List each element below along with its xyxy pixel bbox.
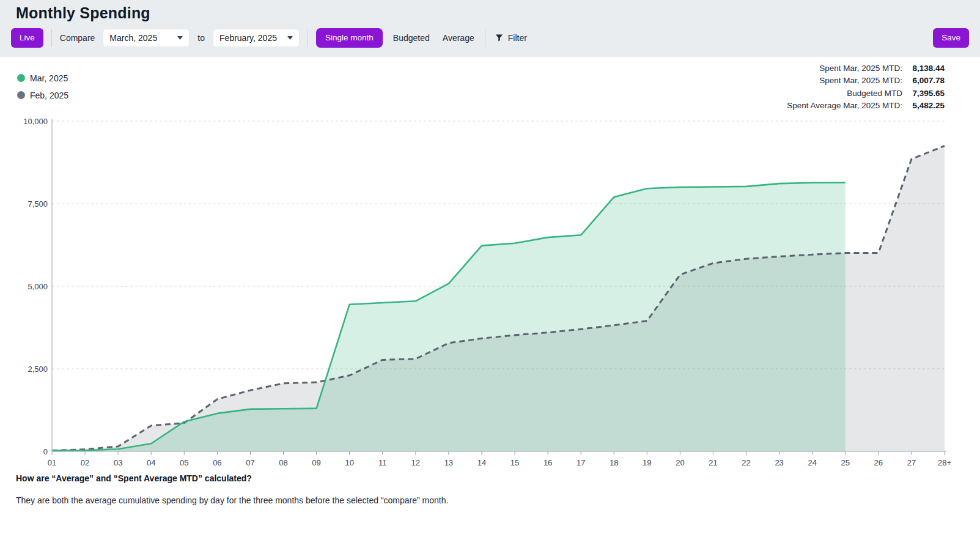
- stat-label: Spent Average Mar, 2025 MTD:: [787, 100, 902, 113]
- toolbar-divider: [308, 29, 308, 47]
- stat-value: 8,138.44: [909, 62, 945, 75]
- stat-label: Spent Mar, 2025 MTD:: [819, 62, 902, 75]
- compare-to-select[interactable]: February, 2025: [213, 29, 300, 47]
- stat-label: Budgeted MTD: [847, 87, 902, 100]
- x-axis-tick-label: 11: [378, 458, 387, 467]
- x-axis-tick-label: 17: [577, 458, 585, 467]
- x-axis-tick-label: 26: [874, 458, 883, 467]
- x-axis-tick-label: 12: [411, 458, 420, 467]
- y-axis-tick-label: 2,500: [28, 364, 48, 373]
- stat-row-budgeted-mtd: Budgeted MTD 7,395.65: [787, 87, 945, 100]
- average-toggle[interactable]: Average: [440, 29, 477, 47]
- toolbar-divider: [485, 29, 485, 47]
- x-axis-tick-label: 10: [345, 458, 353, 467]
- filter-funnel-icon: [495, 33, 504, 42]
- footer-note: How are “Average” and “Spent Average MTD…: [0, 467, 980, 505]
- stat-row-average-mtd: Spent Average Mar, 2025 MTD: 5,482.25: [787, 100, 945, 113]
- x-axis-tick-label: 18: [610, 458, 618, 467]
- toolbar-divider: [51, 29, 52, 47]
- stat-value: 5,482.25: [909, 100, 945, 113]
- stat-row-spent-mtd: Spent Mar, 2025 MTD: 8,138.44: [787, 62, 945, 75]
- legend-label: Mar, 2025: [30, 73, 68, 83]
- x-axis-tick-label: 04: [147, 458, 155, 467]
- x-axis-tick-label: 01: [48, 458, 56, 467]
- x-axis-tick-label: 20: [676, 458, 684, 467]
- compare-label: Compare: [60, 33, 95, 43]
- x-axis-tick-label: 23: [775, 458, 783, 467]
- stat-value: 7,395.65: [909, 87, 945, 100]
- chart-area: 02,5005,0007,50010,000010203040506070809…: [0, 57, 980, 467]
- x-axis-tick-label: 22: [742, 458, 750, 467]
- stats-panel: Spent Mar, 2025 MTD: 8,138.44 Spent Mar,…: [787, 62, 945, 113]
- x-axis-tick-label: 03: [114, 458, 122, 467]
- x-axis-tick-label: 25: [841, 458, 850, 467]
- legend-dot-icon: [17, 74, 25, 82]
- live-button[interactable]: Live: [11, 28, 43, 48]
- y-axis-tick-label: 10,000: [23, 116, 48, 125]
- legend-dot-icon: [17, 91, 25, 99]
- compare-to-value: February, 2025: [219, 33, 277, 43]
- compare-from-value: March, 2025: [109, 33, 157, 43]
- footer-question: How are “Average” and “Spent Average MTD…: [16, 473, 964, 483]
- x-axis-tick-label: 27: [907, 458, 916, 467]
- toolbar: Live Compare March, 2025 to February, 20…: [0, 28, 980, 48]
- compare-from-select[interactable]: March, 2025: [103, 29, 190, 47]
- single-month-toggle[interactable]: Single month: [316, 28, 383, 48]
- chart-legend: Mar, 2025 Feb, 2025: [17, 73, 68, 100]
- chevron-down-icon: [287, 36, 293, 40]
- chevron-down-icon: [177, 36, 183, 40]
- save-button[interactable]: Save: [933, 28, 969, 48]
- chart-card: Mar, 2025 Feb, 2025 Spent Mar, 2025 MTD:…: [0, 57, 980, 537]
- y-axis-tick-label: 7,500: [28, 199, 48, 208]
- y-axis-tick-label: 0: [43, 446, 48, 456]
- budgeted-toggle[interactable]: Budgeted: [391, 29, 432, 47]
- page-header: Monthly Spending Live Compare March, 202…: [0, 0, 980, 57]
- Mar, 2025-area: [52, 182, 846, 451]
- x-axis-tick-label: 28+: [938, 458, 951, 467]
- stat-label: Spent Mar, 2025 MTD:: [819, 75, 902, 87]
- x-axis-tick-label: 07: [246, 458, 254, 467]
- x-axis-tick-label: 05: [180, 458, 188, 467]
- x-axis-tick-label: 19: [643, 458, 651, 467]
- legend-item-feb[interactable]: Feb, 2025: [17, 91, 68, 100]
- x-axis-tick-label: 14: [477, 458, 486, 467]
- x-axis-tick-label: 02: [81, 458, 89, 467]
- stat-row-spent-compare-mtd: Spent Mar, 2025 MTD: 6,007.78: [787, 75, 945, 87]
- x-axis-tick-label: 13: [444, 458, 453, 467]
- x-axis-tick-label: 16: [543, 458, 552, 467]
- legend-label: Feb, 2025: [30, 91, 68, 100]
- x-axis-tick-label: 08: [279, 458, 287, 467]
- page-title: Monthly Spending: [0, 3, 980, 28]
- to-label: to: [197, 33, 205, 43]
- x-axis-tick-label: 24: [808, 458, 816, 467]
- x-axis-tick-label: 21: [709, 458, 717, 467]
- x-axis-tick-label: 06: [213, 458, 221, 467]
- footer-answer: They are both the average cumulative spe…: [16, 495, 964, 505]
- x-axis-tick-label: 15: [510, 458, 519, 467]
- spending-chart[interactable]: 02,5005,0007,50010,000010203040506070809…: [0, 115, 980, 467]
- stat-value: 6,007.78: [909, 75, 945, 87]
- filter-label: Filter: [508, 33, 527, 43]
- x-axis-tick-label: 09: [312, 458, 320, 467]
- legend-item-mar[interactable]: Mar, 2025: [17, 73, 68, 83]
- y-axis-tick-label: 5,000: [28, 281, 48, 291]
- filter-button[interactable]: Filter: [493, 29, 528, 46]
